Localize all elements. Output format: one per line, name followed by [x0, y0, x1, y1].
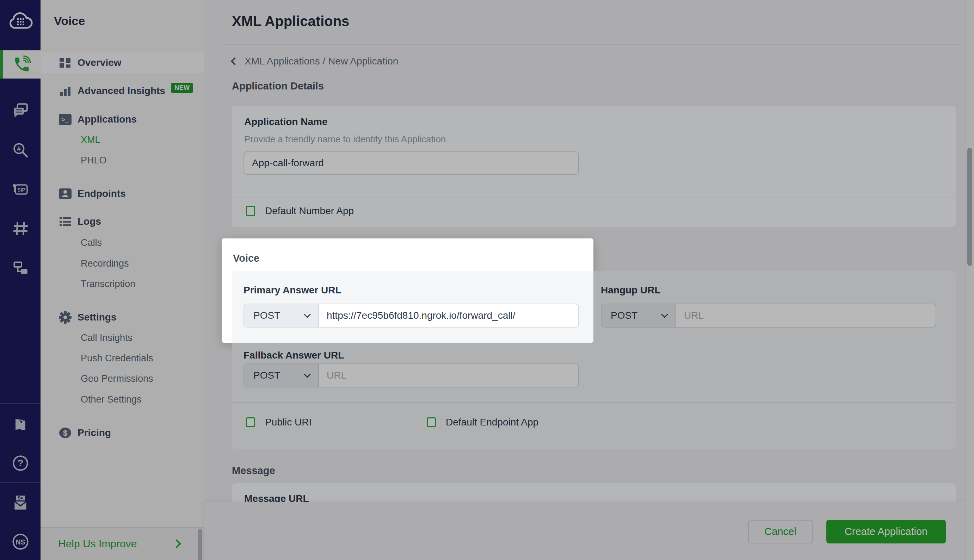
rail-item-workflow[interactable] — [0, 254, 40, 282]
plivo-logo[interactable] — [0, 5, 40, 37]
billing-envelope-icon: $= — [12, 494, 29, 512]
rail-divider — [0, 482, 40, 483]
hangup-url-input[interactable] — [676, 304, 936, 327]
product-rail: # SIP — [0, 0, 40, 560]
section-voice: Voice — [233, 253, 259, 264]
help-question-icon: ? — [12, 454, 29, 472]
breadcrumb[interactable]: XML Applications / New Application — [232, 56, 398, 67]
fallback-answer-url-group: POST — [244, 363, 579, 387]
sidebar-item-advanced-insights[interactable]: Advanced InsightsNEW — [40, 81, 204, 102]
sidebar-item-calls[interactable]: Calls — [40, 232, 204, 253]
form-footer: Cancel Create Application — [204, 502, 974, 560]
gear-icon — [57, 308, 74, 326]
bar-chart-icon — [57, 82, 74, 100]
default-number-app-checkbox[interactable] — [246, 206, 255, 216]
sidebar-item-other-settings[interactable]: Other Settings — [40, 389, 204, 410]
default-number-app-label: Default Number App — [265, 205, 354, 217]
section-message: Message — [232, 465, 275, 477]
svg-text:$: $ — [63, 428, 67, 437]
sidebar-item-call-insights[interactable]: Call Insights — [40, 328, 204, 348]
chevron-down-icon — [304, 311, 311, 318]
rail-divider — [0, 403, 40, 404]
list-icon — [57, 213, 74, 230]
help-us-improve-bar[interactable]: Help Us Improve — [40, 527, 204, 560]
hash-icon — [12, 220, 29, 237]
sidebar-item-push-credentials[interactable]: Push Credentials — [40, 348, 204, 368]
svg-text:NS: NS — [15, 538, 25, 546]
hangup-url-label: Hangup URL — [601, 285, 661, 296]
primary-answer-url-group: POST — [244, 303, 579, 328]
primary-answer-url-input[interactable] — [319, 304, 578, 327]
rail-item-docs[interactable] — [0, 411, 40, 439]
sidebar-item-transcription[interactable]: Transcription — [40, 274, 204, 294]
sidebar-item-geo-permissions[interactable]: Geo Permissions — [40, 368, 204, 389]
voice-card: Primary Answer URL POST Hangup URL POST … — [232, 271, 956, 449]
rail-item-account[interactable]: NS — [0, 528, 40, 556]
sidebar-item-phlo[interactable]: PHLO — [40, 150, 204, 170]
rail-item-sip-trunking[interactable]: SIP — [0, 175, 40, 203]
voice-sidebar: Voice Overview Advanced InsightsNEW >_ A… — [40, 0, 204, 560]
sidebar-title: Voice — [54, 14, 85, 28]
dollar-circle-icon: $ — [57, 424, 74, 442]
cancel-button[interactable]: Cancel — [748, 520, 813, 543]
cloud-logo-icon — [8, 10, 33, 32]
sidebar-item-xml[interactable]: XML — [40, 130, 204, 150]
sidebar-item-settings[interactable]: Settings — [40, 307, 204, 328]
back-chevron-icon — [231, 57, 239, 65]
card-divider — [232, 402, 956, 403]
hangup-url-group: POST — [601, 303, 936, 328]
primary-answer-url-label: Primary Answer URL — [244, 285, 341, 296]
public-uri-checkbox[interactable] — [246, 417, 255, 427]
rail-item-phone-numbers[interactable] — [0, 215, 40, 243]
default-endpoint-app-label: Default Endpoint App — [446, 417, 538, 428]
chevron-right-icon — [172, 539, 181, 548]
sidebar-item-pricing[interactable]: $ Pricing — [40, 423, 204, 443]
header-divider — [222, 44, 960, 45]
default-endpoint-app-row[interactable]: Default Endpoint App — [427, 417, 538, 428]
application-name-input[interactable] — [244, 152, 579, 175]
primary-method-select[interactable]: POST — [244, 304, 319, 327]
svg-text:$=: $= — [18, 495, 23, 500]
svg-text:#: # — [17, 145, 21, 153]
create-application-button[interactable]: Create Application — [826, 520, 946, 543]
sidebar-item-applications[interactable]: >_ Applications — [40, 109, 204, 130]
endpoints-contact-icon — [57, 185, 74, 203]
overview-grid-icon — [57, 54, 74, 72]
fallback-answer-url-input[interactable] — [319, 364, 578, 387]
public-uri-label: Public URI — [265, 417, 311, 428]
section-application-details: Application Details — [232, 80, 324, 92]
sidebar-item-overview[interactable]: Overview — [40, 52, 204, 73]
page-title: XML Applications — [232, 13, 349, 29]
public-uri-row[interactable]: Public URI — [246, 417, 311, 428]
sidebar-item-logs[interactable]: Logs — [40, 211, 204, 232]
default-endpoint-app-checkbox[interactable] — [427, 417, 436, 427]
application-name-help: Provide a friendly name to identify this… — [244, 134, 446, 145]
rail-item-help[interactable]: ? — [0, 449, 40, 477]
rail-item-voice[interactable] — [0, 50, 40, 78]
chevron-down-icon — [304, 371, 311, 378]
docs-book-icon — [12, 416, 29, 433]
rail-item-messaging[interactable] — [0, 97, 40, 125]
messaging-chat-icon — [12, 102, 29, 119]
rail-item-billing[interactable]: $= — [0, 489, 40, 517]
help-us-improve-label: Help Us Improve — [58, 538, 137, 550]
svg-text:>_: >_ — [61, 116, 69, 123]
sidebar-item-recordings[interactable]: Recordings — [40, 253, 204, 274]
lookup-search-icon: # — [12, 142, 29, 159]
chevron-down-icon — [661, 311, 668, 318]
fallback-answer-url-label: Fallback Answer URL — [244, 350, 344, 361]
sidebar-scrollbar-thumb[interactable] — [198, 529, 202, 560]
account-avatar: NS — [11, 533, 30, 551]
main-content: XML Applications XML Applications / New … — [204, 0, 974, 560]
page-scrollbar-thumb[interactable] — [967, 148, 972, 266]
new-badge: NEW — [171, 83, 194, 93]
card-divider — [232, 198, 956, 198]
hangup-method-select[interactable]: POST — [601, 304, 676, 327]
svg-text:SIP: SIP — [17, 187, 25, 193]
workflow-icon — [12, 260, 29, 277]
sidebar-item-endpoints[interactable]: Endpoints — [40, 183, 204, 204]
fallback-method-select[interactable]: POST — [244, 364, 319, 387]
application-details-card: Application Name Provide a friendly name… — [232, 106, 956, 227]
rail-item-number-lookup[interactable]: # — [0, 136, 40, 165]
default-number-app-row[interactable]: Default Number App — [246, 205, 354, 217]
